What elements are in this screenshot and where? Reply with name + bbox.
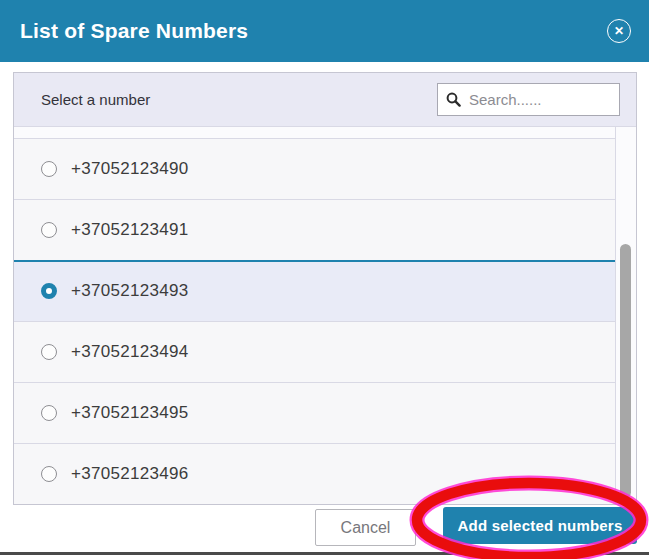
cancel-button[interactable]: Cancel — [315, 509, 416, 546]
list-header-row: Select a number — [14, 73, 636, 127]
window-bottom-edge — [0, 552, 649, 555]
number-row[interactable]: +37052123490 — [14, 139, 615, 200]
number-label: +37052123491 — [71, 220, 189, 240]
radio-button[interactable] — [41, 283, 57, 299]
search-box[interactable] — [437, 83, 620, 116]
list-area: +37052123490 +37052123491 +37052123493 +… — [14, 127, 636, 504]
search-icon — [446, 92, 461, 107]
number-row[interactable]: +37052123493 — [14, 261, 615, 322]
number-list: +37052123490 +37052123491 +37052123493 +… — [14, 127, 615, 504]
spare-numbers-panel: Select a number +37052123490 +3705212349… — [13, 72, 637, 505]
radio-button[interactable] — [41, 222, 57, 238]
number-label: +37052123495 — [71, 403, 189, 423]
partial-row-above[interactable] — [14, 127, 615, 139]
scrollbar[interactable] — [615, 127, 636, 504]
modal-title: List of Spare Numbers — [20, 19, 607, 43]
radio-button[interactable] — [41, 161, 57, 177]
number-row[interactable]: +37052123495 — [14, 383, 615, 444]
radio-button[interactable] — [41, 344, 57, 360]
number-row[interactable]: +37052123491 — [14, 200, 615, 261]
modal-titlebar: List of Spare Numbers ✕ — [0, 0, 649, 62]
search-input[interactable] — [467, 90, 611, 109]
radio-button[interactable] — [41, 466, 57, 482]
number-label: +37052123490 — [71, 159, 189, 179]
radio-button[interactable] — [41, 405, 57, 421]
select-a-number-label: Select a number — [41, 91, 437, 108]
add-selected-numbers-button[interactable]: Add selected numbers — [443, 507, 637, 544]
number-row[interactable]: +37052123496 — [14, 444, 615, 504]
close-icon: ✕ — [614, 25, 624, 37]
number-label: +37052123493 — [71, 281, 189, 301]
number-row[interactable]: +37052123494 — [14, 322, 615, 383]
scrollbar-thumb[interactable] — [620, 244, 631, 498]
number-label: +37052123494 — [71, 342, 189, 362]
number-label: +37052123496 — [71, 464, 189, 484]
close-button[interactable]: ✕ — [607, 19, 631, 43]
